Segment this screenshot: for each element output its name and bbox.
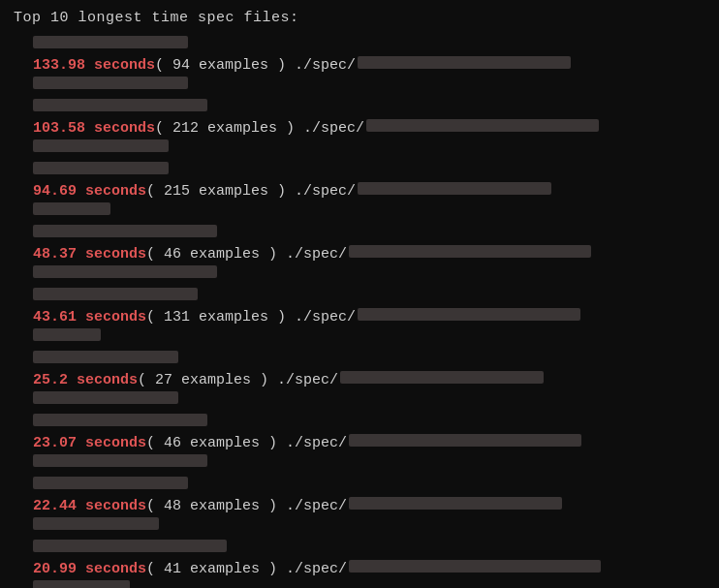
- examples-text-2: ( 212 examples ) ./spec/: [155, 120, 364, 137]
- spec-entry-1: 133.98 seconds ( 94 examples ) ./spec/: [14, 34, 705, 91]
- examples-text-5: ( 131 examples ) ./spec/: [146, 309, 356, 325]
- spec-entry-3: 94.69 seconds ( 215 examples ) ./spec/: [14, 160, 705, 217]
- seconds-value-8: 22.44 seconds: [33, 498, 146, 514]
- examples-text-1: ( 94 examples ) ./spec/: [155, 57, 356, 74]
- header-text: Top 10 longest time spec files:: [14, 10, 705, 26]
- seconds-value-5: 43.61 seconds: [33, 309, 146, 325]
- examples-text-4: ( 46 examples ) ./spec/: [146, 246, 347, 263]
- spec-entry-2: 103.58 seconds ( 212 examples ) ./spec/: [14, 97, 705, 154]
- spec-entry-5: 43.61 seconds ( 131 examples ) ./spec/: [14, 286, 705, 343]
- spec-entry-8: 22.44 seconds ( 48 examples ) ./spec/: [14, 475, 705, 532]
- seconds-value-9: 20.99 seconds: [33, 561, 146, 577]
- examples-text-3: ( 215 examples ) ./spec/: [146, 183, 356, 200]
- spec-entry-6: 25.2 seconds ( 27 examples ) ./spec/: [14, 349, 705, 406]
- examples-text-9: ( 41 examples ) ./spec/: [146, 561, 347, 577]
- terminal-output: Top 10 longest time spec files: 133.98 s…: [14, 10, 705, 588]
- seconds-value-6: 25.2 seconds: [33, 372, 138, 388]
- examples-text-7: ( 46 examples ) ./spec/: [146, 435, 347, 451]
- examples-text-8: ( 48 examples ) ./spec/: [146, 498, 347, 514]
- examples-text-6: ( 27 examples ) ./spec/: [138, 372, 338, 388]
- seconds-value-1: 133.98 seconds: [33, 57, 155, 74]
- seconds-value-4: 48.37 seconds: [33, 246, 146, 263]
- spec-entry-9: 20.99 seconds ( 41 examples ) ./spec/: [14, 538, 705, 588]
- spec-entry-4: 48.37 seconds ( 46 examples ) ./spec/: [14, 223, 705, 280]
- seconds-value-3: 94.69 seconds: [33, 183, 146, 200]
- seconds-value-2: 103.58 seconds: [33, 120, 155, 137]
- seconds-value-7: 23.07 seconds: [33, 435, 146, 451]
- spec-entry-7: 23.07 seconds ( 46 examples ) ./spec/: [14, 412, 705, 469]
